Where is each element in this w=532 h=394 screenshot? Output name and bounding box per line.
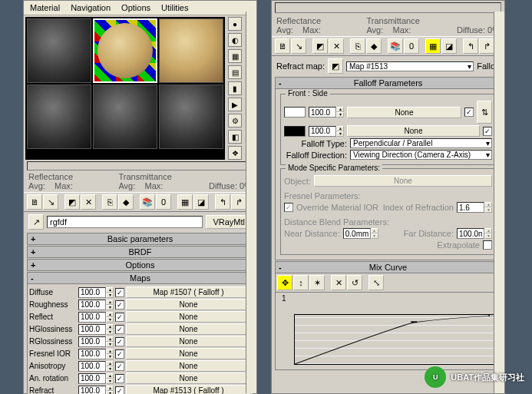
material-slot-5[interactable] — [93, 84, 157, 149]
mix-curve-graph[interactable] — [294, 314, 496, 365]
map-on-check[interactable]: ✓ — [115, 288, 124, 297]
menu-navigation[interactable]: Navigation — [71, 3, 111, 12]
material-slot-6[interactable] — [159, 84, 223, 149]
forward-icon[interactable]: ↱ — [479, 38, 494, 54]
video-color-icon[interactable]: ▮ — [228, 81, 242, 95]
slot-scrollbar-h[interactable] — [27, 161, 253, 171]
rollout-brdf[interactable]: +BRDF — [27, 246, 253, 258]
map-amount-input[interactable] — [78, 300, 106, 310]
material-slot-2[interactable] — [93, 18, 157, 83]
material-id-icon[interactable]: 0 — [156, 194, 171, 210]
swap-colors-icon[interactable]: ⇅ — [477, 101, 492, 124]
show-end-result-icon[interactable]: ◪ — [193, 194, 209, 210]
falloff-map-2-on[interactable]: ✓ — [483, 127, 492, 136]
put-to-library-icon[interactable]: 📚 — [140, 194, 155, 210]
sample-uv-icon[interactable]: ▤ — [228, 65, 242, 79]
pick-material-icon[interactable]: ↗ — [28, 214, 44, 230]
material-name-input[interactable] — [47, 216, 203, 228]
falloff-type-select[interactable]: Perpendicular / Parallel — [350, 138, 492, 148]
move-point-icon[interactable]: ✥ — [277, 275, 292, 290]
get-material-icon[interactable]: 🗎 — [27, 194, 42, 210]
material-slot-1[interactable] — [27, 18, 91, 83]
rollout-basic[interactable]: +Basic parameters — [27, 233, 253, 245]
map-amount-input[interactable] — [78, 386, 106, 395]
options-icon[interactable]: ⚙ — [228, 114, 242, 127]
rollout-falloff-params[interactable]: -Falloff Parameters — [275, 77, 501, 89]
map-slot-button[interactable]: None — [126, 360, 251, 372]
put-to-scene-icon[interactable]: ↘ — [291, 38, 306, 54]
falloff-map-2-button[interactable]: None — [347, 125, 480, 137]
slot-scrollbar-h-2[interactable] — [275, 2, 501, 13]
make-unique-icon[interactable]: ◆ — [118, 194, 134, 210]
panel-scrollbar-v[interactable] — [246, 12, 256, 393]
put-to-scene-icon[interactable]: ↘ — [43, 194, 58, 210]
make-preview-icon[interactable]: ▶ — [228, 98, 242, 111]
get-material-icon[interactable]: 🗎 — [275, 38, 290, 54]
rollout-options[interactable]: +Options — [27, 259, 253, 271]
tangent-type-icon[interactable]: ⤡ — [368, 275, 384, 290]
map-slot-button[interactable]: None — [126, 336, 251, 347]
map-slot-button[interactable]: Map #1507 ( Falloff ) — [126, 286, 251, 298]
map-on-check[interactable]: ✓ — [115, 386, 124, 395]
map-amount-input[interactable] — [78, 336, 106, 347]
map-amount-input[interactable] — [78, 361, 106, 372]
add-point-icon[interactable]: ✶ — [309, 275, 325, 290]
background-icon[interactable]: ▦ — [228, 49, 242, 63]
reset-icon[interactable]: ✕ — [329, 38, 344, 54]
copy-icon[interactable]: ⎘ — [350, 38, 365, 54]
delete-point-icon[interactable]: ✕ — [331, 275, 346, 290]
select-by-material-icon[interactable]: ◧ — [228, 130, 242, 144]
falloff-direction-select[interactable]: Viewing Direction (Camera Z-Axis) — [350, 150, 492, 160]
map-slot-button[interactable]: None — [126, 311, 251, 323]
library-icon[interactable]: 📚 — [388, 38, 403, 54]
assign-to-selection-icon[interactable]: ◩ — [64, 194, 80, 210]
map-slot-button[interactable]: Map #1513 ( Falloff ) — [126, 385, 251, 394]
map-on-check[interactable]: ✓ — [115, 325, 124, 334]
go-forward-icon[interactable]: ↱ — [231, 194, 246, 210]
panel-scrollbar-v-2[interactable] — [494, 12, 504, 393]
map-slot-button[interactable]: None — [126, 372, 251, 384]
rollout-mix-curve[interactable]: -Mix Curve — [275, 261, 501, 273]
scale-point-icon[interactable]: ↕ — [293, 275, 309, 290]
end-result-icon[interactable]: ◪ — [441, 38, 457, 54]
falloff-amt-2[interactable] — [309, 126, 336, 137]
map-amount-input[interactable] — [78, 287, 106, 298]
map-amount-input[interactable] — [78, 349, 106, 359]
show-in-viewport-icon[interactable]: ▦ — [177, 194, 193, 210]
go-to-parent-icon[interactable]: ↰ — [215, 194, 230, 210]
map-on-check[interactable]: ✓ — [115, 374, 124, 383]
sample-type-icon[interactable]: ● — [228, 17, 242, 31]
assign-icon[interactable]: ◩ — [312, 38, 328, 54]
unique-icon[interactable]: ◆ — [366, 38, 382, 54]
make-copy-icon[interactable]: ⎘ — [102, 194, 117, 210]
map-amount-input[interactable] — [78, 373, 106, 384]
map-on-check[interactable]: ✓ — [115, 349, 124, 359]
id-icon[interactable]: 0 — [404, 38, 419, 54]
show-in-viewport-icon[interactable]: ▦ — [425, 38, 441, 54]
material-slot-4[interactable] — [27, 84, 91, 149]
parent-icon[interactable]: ↰ — [463, 38, 478, 54]
map-on-check[interactable]: ✓ — [115, 313, 124, 322]
falloff-amt-1[interactable] — [309, 107, 336, 118]
falloff-map-1-button[interactable]: None — [347, 107, 461, 118]
map-on-check[interactable]: ✓ — [115, 337, 124, 346]
menu-options[interactable]: Options — [121, 3, 150, 12]
reset-curve-icon[interactable]: ↺ — [347, 275, 362, 290]
map-amount-input[interactable] — [78, 324, 106, 335]
map-slot-button[interactable]: None — [126, 299, 251, 310]
color-swatch-1[interactable] — [284, 107, 306, 118]
map-slot-button[interactable]: None — [126, 323, 251, 335]
map-on-check[interactable]: ✓ — [115, 300, 124, 310]
material-map-nav-icon[interactable]: ❖ — [228, 146, 242, 160]
menu-utilities[interactable]: Utilities — [161, 3, 188, 12]
refract-map-select[interactable]: Map #1513 — [346, 61, 474, 71]
map-on-check[interactable]: ✓ — [115, 362, 124, 371]
map-amount-input[interactable] — [78, 312, 106, 323]
reset-map-icon[interactable]: ✕ — [81, 194, 96, 210]
falloff-map-1-on[interactable]: ✓ — [464, 108, 474, 117]
map-slot-button[interactable]: None — [126, 348, 251, 359]
backlight-icon[interactable]: ◐ — [228, 33, 242, 47]
color-swatch-2[interactable] — [284, 126, 306, 137]
material-slot-3[interactable] — [159, 18, 223, 83]
menu-material[interactable]: Material — [30, 3, 60, 12]
